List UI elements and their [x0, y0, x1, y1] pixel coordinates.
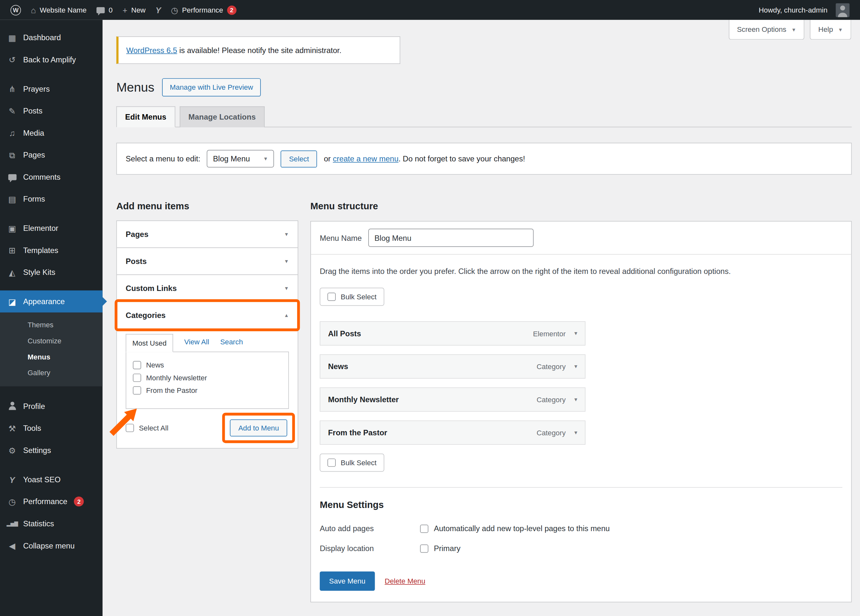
accordion-label: Posts [126, 257, 147, 266]
menu-name-input[interactable] [368, 229, 534, 247]
account-menu[interactable]: Howdy, church-admin [754, 0, 855, 20]
checkbox[interactable] [133, 386, 141, 395]
category-option-from-the-pastor[interactable]: From the Pastor [133, 384, 282, 397]
accordion-posts-header[interactable]: Posts ▼ [117, 248, 298, 274]
chevron-down-icon[interactable]: ▼ [573, 364, 578, 369]
chevron-down-icon[interactable]: ▼ [573, 397, 578, 402]
comment-bubble-icon [96, 7, 105, 13]
checkbox[interactable] [126, 424, 134, 432]
select-button[interactable]: Select [281, 150, 317, 167]
checkbox[interactable] [420, 544, 428, 553]
sidebar-item-performance[interactable]: ◷ Performance 2 [0, 491, 103, 513]
tab-manage-locations[interactable]: Manage Locations [179, 107, 264, 127]
sidebar-item-media[interactable]: ♫ Media [0, 122, 103, 144]
checkbox[interactable] [327, 293, 336, 301]
sidebar-item-customize[interactable]: Customize [0, 333, 103, 349]
sidebar-item-label: Elementor [23, 224, 58, 232]
sidebar-item-label: Dashboard [23, 33, 61, 42]
menu-item-from-the-pastor[interactable]: From the Pastor Category ▼ [320, 420, 585, 445]
yoast-icon: Y [156, 5, 161, 14]
delete-menu-link[interactable]: Delete Menu [384, 577, 425, 585]
wordpress-update-link[interactable]: WordPress 6.5 [126, 45, 177, 54]
update-notice: WordPress 6.5 is available! Please notif… [116, 36, 400, 64]
checkbox[interactable] [133, 361, 141, 369]
sidebar-item-back-to-amplify[interactable]: ↺ Back to Amplify [0, 49, 103, 71]
accordion-pages-header[interactable]: Pages ▼ [117, 221, 298, 247]
screen-options-button[interactable]: Screen Options ▼ [729, 20, 805, 40]
sidebar-item-tools[interactable]: ⚒ Tools [0, 417, 103, 439]
new-content-menu[interactable]: + New [118, 0, 151, 20]
chevron-down-icon[interactable]: ▼ [573, 430, 578, 435]
sidebar-item-label: Templates [23, 246, 58, 254]
accordion-categories-header[interactable]: Categories ▲ [117, 302, 298, 328]
settings-icon: ⚙ [7, 446, 18, 455]
save-menu-button[interactable]: Save Menu [320, 572, 375, 591]
checkbox[interactable] [420, 524, 428, 533]
sidebar-item-yoast-seo[interactable]: Y Yoast SEO [0, 469, 103, 491]
wordpress-logo-menu[interactable]: W [5, 0, 26, 20]
site-name-menu[interactable]: ⌂ Website Name [26, 0, 92, 20]
tab-edit-menus[interactable]: Edit Menus [116, 107, 175, 127]
help-button[interactable]: Help ▼ [810, 20, 851, 40]
menu-structure-column: Menu structure Menu Name Drag the items … [310, 201, 852, 602]
primary-option-label: Primary [434, 544, 461, 553]
menu-select-dropdown[interactable]: Blog Menu ▼ [207, 150, 274, 168]
sidebar-item-themes[interactable]: Themes [0, 317, 103, 333]
checkbox[interactable] [327, 458, 336, 467]
performance-adminbar-menu[interactable]: ◷ Performance 2 [166, 0, 241, 20]
menu-item-all-posts[interactable]: All Posts Elementor ▼ [320, 321, 585, 345]
menu-actions-footer: Save Menu Delete Menu [320, 572, 842, 591]
sidebar-item-style-kits[interactable]: ◭ Style Kits [0, 261, 103, 283]
screen-options-label: Screen Options [737, 25, 786, 34]
amplify-icon: ↺ [7, 55, 18, 64]
yoast-menu[interactable]: Y [151, 0, 166, 20]
category-option-label: Monthly Newsletter [146, 374, 207, 382]
sidebar-item-collapse-menu[interactable]: ◀ Collapse menu [0, 534, 103, 557]
auto-add-pages-option[interactable]: Automatically add new top-level pages to… [420, 524, 610, 533]
yoast-icon: Y [7, 475, 18, 484]
bulk-select-toggle-bottom[interactable]: Bulk Select [320, 454, 384, 472]
sidebar-item-settings[interactable]: ⚙ Settings [0, 439, 103, 461]
add-to-menu-button[interactable]: Add to Menu [230, 419, 287, 436]
select-all-label: Select All [139, 424, 168, 432]
category-option-monthly-newsletter[interactable]: Monthly Newsletter [133, 371, 282, 384]
menu-item-monthly-newsletter[interactable]: Monthly Newsletter Category ▼ [320, 387, 585, 412]
tools-icon: ⚒ [7, 424, 18, 433]
sidebar-item-templates[interactable]: ⊞ Templates [0, 239, 103, 262]
accordion-custom-links-header[interactable]: Custom Links ▼ [117, 275, 298, 301]
category-option-news[interactable]: News [133, 359, 282, 371]
live-preview-button[interactable]: Manage with Live Preview [162, 78, 261, 96]
chevron-down-icon: ▼ [284, 232, 289, 237]
sidebar-item-appearance[interactable]: ◪ Appearance [0, 290, 103, 312]
tab-search[interactable]: Search [220, 338, 243, 352]
sidebar-item-prayers[interactable]: ⋔ Prayers [0, 78, 103, 100]
checkbox[interactable] [133, 374, 141, 382]
sidebar-item-label: Profile [23, 402, 45, 411]
tab-most-used[interactable]: Most Used [126, 334, 173, 353]
sidebar-item-pages[interactable]: ⧉ Pages [0, 144, 103, 166]
home-icon: ⌂ [31, 6, 36, 14]
collapse-icon: ◀ [7, 541, 18, 550]
sidebar-item-profile[interactable]: Profile [0, 395, 103, 417]
sidebar-item-dashboard[interactable]: ▦ Dashboard [0, 27, 103, 49]
page-title: Menus [116, 80, 154, 95]
pages-icon: ⧉ [7, 151, 18, 159]
sidebar-item-menus[interactable]: Menus [0, 349, 103, 365]
sidebar-item-label: Posts [23, 107, 42, 115]
bulk-select-toggle-top[interactable]: Bulk Select [320, 288, 384, 306]
sidebar-item-posts[interactable]: ✎ Posts [0, 100, 103, 122]
display-location-primary-option[interactable]: Primary [420, 544, 461, 553]
sidebar-item-comments[interactable]: Comments [0, 166, 103, 188]
chevron-down-icon[interactable]: ▼ [573, 331, 578, 336]
sidebar-item-gallery[interactable]: Gallery [0, 365, 103, 381]
sidebar-item-elementor[interactable]: ▣ Elementor [0, 217, 103, 239]
sidebar-item-statistics[interactable]: ▂▅▇ Statistics [0, 513, 103, 534]
select-all-control[interactable]: Select All [126, 422, 168, 434]
tab-view-all[interactable]: View All [184, 338, 209, 352]
sidebar-item-forms[interactable]: ▤ Forms [0, 188, 103, 210]
templates-icon: ⊞ [7, 246, 18, 254]
menu-item-news[interactable]: News Category ▼ [320, 354, 585, 378]
create-new-menu-link[interactable]: create a new menu [333, 154, 399, 163]
comments-menu[interactable]: 0 [92, 0, 118, 20]
admin-sidebar: ▦ Dashboard ↺ Back to Amplify ⋔ Prayers … [0, 20, 103, 616]
